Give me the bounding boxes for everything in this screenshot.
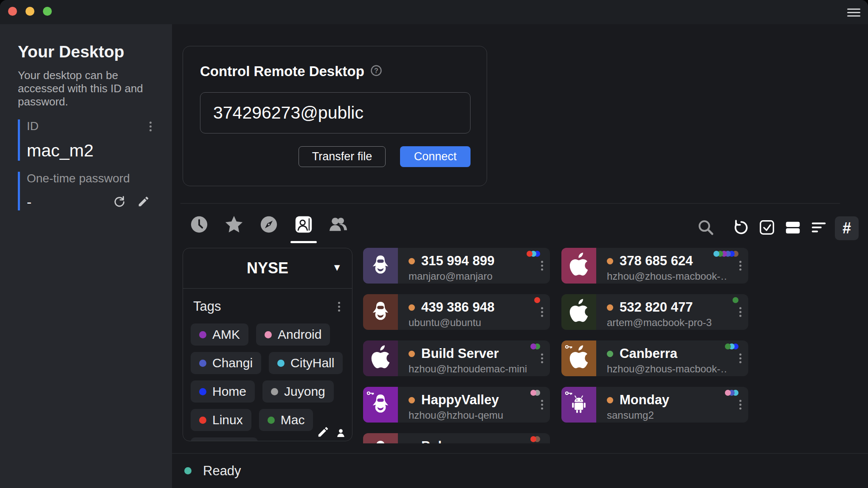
tag-chip[interactable]: Changi — [191, 352, 261, 374]
tab-address-book[interactable] — [293, 213, 314, 243]
close-window-button[interactable] — [8, 7, 17, 16]
status-bar: Ready — [172, 453, 868, 488]
tag-color-dot — [271, 388, 278, 395]
tab-discovered[interactable] — [259, 213, 279, 243]
minimize-window-button[interactable] — [25, 7, 34, 16]
tag-chip[interactable]: CityHall — [269, 352, 343, 374]
connect-button[interactable]: Connect — [400, 146, 471, 167]
sort-icon — [810, 218, 828, 238]
device-platform-tile — [363, 294, 398, 330]
address-book-content: NYSE ▼ Tags AMK Android Changi CityHall … — [183, 248, 868, 443]
password-value[interactable]: - — [27, 194, 31, 210]
device-card[interactable]: 378 685 624 hzhou@zhous-macbook-… — [561, 248, 748, 284]
tags-panel: NYSE ▼ Tags AMK Android Changi CityHall … — [183, 248, 352, 441]
device-menu-button[interactable] — [538, 259, 546, 272]
device-platform-tile — [561, 387, 596, 423]
id-more-options-button[interactable] — [147, 120, 154, 133]
tab-favorites[interactable] — [224, 213, 244, 243]
tag-label: Changi — [212, 356, 253, 370]
device-card[interactable]: Build Server hzhou@hzhoudemac-mini — [363, 340, 550, 376]
search-icon — [697, 218, 715, 238]
device-tag-dots — [716, 251, 738, 257]
zoom-window-button[interactable] — [43, 7, 52, 16]
tag-chip[interactable]: Neson — [191, 437, 258, 441]
device-menu-button[interactable] — [737, 398, 744, 411]
device-name: Monday — [620, 392, 669, 408]
device-card[interactable]: Pulau — [363, 433, 550, 443]
device-card[interactable]: HappyValley hzhou@hzhou-qemu — [363, 387, 550, 423]
edit-tags-pencil-icon[interactable] — [317, 426, 330, 438]
search-button[interactable] — [696, 218, 716, 238]
address-book-icon — [294, 213, 313, 236]
checkbox-icon — [758, 218, 776, 238]
connect-panel: Control Remote Desktop ? Transfer file C… — [183, 46, 487, 186]
device-menu-button[interactable] — [737, 352, 744, 365]
device-tag-dots — [533, 343, 540, 349]
hamburger-menu-icon[interactable] — [847, 9, 860, 17]
device-name: HappyValley — [421, 392, 499, 408]
device-menu-button[interactable] — [737, 306, 744, 319]
tag-color-dot — [265, 331, 272, 338]
device-platform-tile — [561, 294, 596, 330]
sort-button[interactable] — [809, 218, 829, 238]
apple-icon — [569, 253, 588, 279]
refresh-button[interactable] — [731, 218, 751, 238]
edit-password-pencil-icon[interactable] — [137, 195, 150, 210]
device-status-dot — [607, 258, 613, 264]
remote-id-input[interactable] — [200, 92, 471, 133]
tags-label: Tags — [193, 299, 221, 314]
id-label: ID — [27, 119, 39, 133]
clock-icon — [189, 213, 209, 236]
tags-more-options-button[interactable] — [335, 300, 343, 313]
transfer-file-button[interactable]: Transfer file — [299, 146, 386, 167]
device-card[interactable]: 315 994 899 manjaro@manjaro — [363, 248, 550, 284]
device-status-dot — [607, 351, 613, 357]
device-card[interactable]: 439 386 948 ubuntu@ubuntu — [363, 294, 550, 330]
regenerate-password-icon[interactable] — [113, 195, 126, 210]
app-window: Your Desktop Your desktop can be accesse… — [0, 0, 868, 488]
tag-chip[interactable]: Mac — [259, 409, 313, 431]
status-dot — [184, 467, 192, 474]
help-icon[interactable]: ? — [370, 65, 382, 78]
grid-icon: # — [843, 221, 851, 236]
device-menu-button[interactable] — [538, 306, 546, 319]
person-icon[interactable] — [335, 428, 346, 438]
grid-view-button[interactable]: # — [835, 216, 859, 240]
device-tag-dots — [533, 390, 540, 396]
tag-chip[interactable]: Android — [256, 323, 330, 346]
refresh-icon — [732, 218, 750, 238]
compass-icon — [259, 213, 279, 236]
device-platform-tile — [363, 387, 398, 423]
address-book-dropdown[interactable]: NYSE ▼ — [183, 248, 352, 289]
card-view-button[interactable] — [783, 218, 803, 238]
tag-chip[interactable]: Linux — [191, 409, 251, 431]
tag-label: Android — [278, 327, 321, 342]
device-menu-button[interactable] — [737, 259, 744, 272]
device-card[interactable]: Canberra hzhou@zhous-macbook-… — [561, 340, 748, 376]
device-status-dot — [409, 351, 415, 357]
device-username: artem@macbook-pro-3 — [607, 317, 728, 329]
device-status-dot — [409, 397, 415, 403]
device-menu-button[interactable] — [538, 352, 546, 365]
password-section: One-time password - — [18, 172, 154, 210]
tag-chip[interactable]: AMK — [191, 323, 248, 346]
tag-color-dot — [199, 417, 206, 424]
tag-chip[interactable]: Home — [191, 380, 255, 403]
tag-list: AMK Android Changi CityHall Home Juyong … — [183, 314, 352, 441]
device-name: 315 994 899 — [421, 253, 494, 269]
tab-groups[interactable] — [328, 213, 349, 243]
device-tag-dots — [536, 297, 540, 303]
device-card[interactable]: Monday sansumg2 — [561, 387, 748, 423]
multi-select-button[interactable] — [757, 218, 777, 238]
tag-color-dot — [277, 360, 285, 367]
people-icon — [329, 213, 348, 236]
device-platform-tile — [561, 340, 596, 376]
device-card[interactable]: 532 820 477 artem@macbook-pro-3 — [561, 294, 748, 330]
device-id-value[interactable]: mac_m2 — [27, 141, 154, 161]
apple-icon — [569, 299, 588, 325]
tab-recent-sessions[interactable] — [189, 213, 209, 243]
tabs-toolbar-row: # — [189, 212, 859, 244]
tag-label: Mac — [281, 413, 305, 427]
device-menu-button[interactable] — [538, 398, 546, 411]
tag-chip[interactable]: Juyong — [262, 380, 334, 403]
